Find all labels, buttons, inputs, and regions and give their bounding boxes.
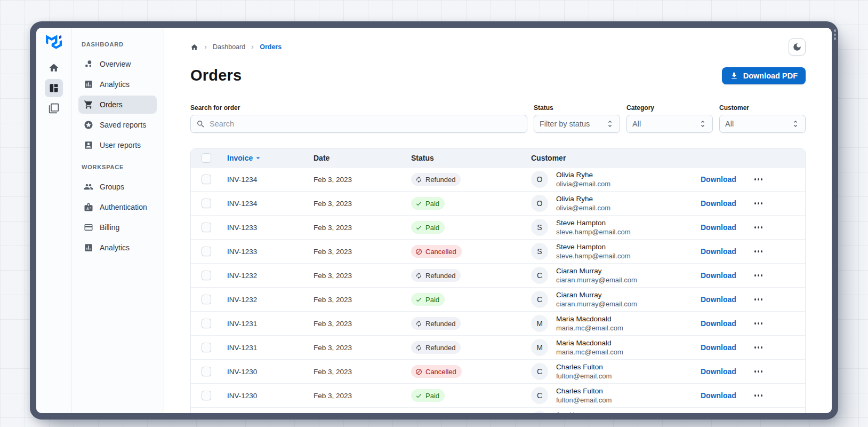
customer-name: Steve Hampton <box>556 242 631 251</box>
customer-name: Olivia Ryhe <box>556 194 610 203</box>
dark-mode-toggle[interactable] <box>789 38 806 56</box>
row-checkbox[interactable] <box>202 391 211 400</box>
group-icon <box>84 182 93 192</box>
customer-name: Charles Fulton <box>556 386 612 396</box>
download-link[interactable]: Download <box>701 247 736 256</box>
table-header: Invoice Date Status Customer <box>191 149 805 167</box>
sidebar-item-billing[interactable]: Billing <box>78 218 157 236</box>
unfold-more-icon <box>606 120 614 128</box>
status-chip: Paid <box>411 221 445 234</box>
customer-select[interactable]: All <box>719 115 806 133</box>
breadcrumb-orders[interactable]: Orders <box>260 43 282 51</box>
download-link[interactable]: Download <box>701 199 736 208</box>
more-options-button[interactable] <box>753 367 764 376</box>
more-options-button[interactable] <box>753 295 764 304</box>
download-link[interactable]: Download <box>701 391 736 400</box>
download-link[interactable]: Download <box>701 223 736 232</box>
row-checkbox[interactable] <box>202 271 211 280</box>
sidebar-item-label: User reports <box>100 141 141 149</box>
invoice-sort-header[interactable]: Invoice <box>227 154 314 162</box>
download-link[interactable]: Download <box>701 319 736 328</box>
breadcrumb-dashboard[interactable]: Dashboard <box>213 43 245 51</box>
more-options-button[interactable] <box>753 391 764 400</box>
customer-name: Jay Hoper <box>556 410 613 413</box>
layers-icon <box>49 103 59 114</box>
row-checkbox[interactable] <box>202 247 211 256</box>
avatar: O <box>531 171 548 188</box>
download-link[interactable]: Download <box>701 367 736 376</box>
sidebar-item-authentication[interactable]: Authentication <box>78 198 157 216</box>
autorenew-icon <box>415 176 422 183</box>
breadcrumb-home-icon[interactable] <box>190 43 198 51</box>
download-pdf-button[interactable]: Download PDF <box>722 67 806 84</box>
sidebar-item-analytics[interactable]: Analytics <box>78 75 157 93</box>
scrollbar-dots[interactable] <box>834 29 837 40</box>
more-options-button[interactable] <box>753 271 764 280</box>
more-options-button[interactable] <box>753 319 764 328</box>
row-checkbox[interactable] <box>202 343 211 352</box>
download-link[interactable]: Download <box>701 295 736 304</box>
sidebar-item-orders[interactable]: Orders <box>78 96 157 114</box>
avatar: C <box>531 387 548 404</box>
customer-email: maria.mc@email.com <box>556 348 623 357</box>
sidebar-item-label: Groups <box>100 183 124 191</box>
window-frame: DASHBOARD Overview Analytics Orders Save… <box>30 21 838 420</box>
row-checkbox[interactable] <box>202 199 211 208</box>
section-label-dashboard: DASHBOARD <box>82 41 157 48</box>
more-options-button[interactable] <box>753 199 764 208</box>
status-label: Paid <box>425 224 439 232</box>
sidebar-item-groups[interactable]: Groups <box>78 178 157 196</box>
sidebar-item-label: Analytics <box>100 80 130 89</box>
customer-name: Maria Macdonald <box>556 314 623 323</box>
sidebar-item-label: Orders <box>100 100 123 109</box>
rail-layers-button[interactable] <box>45 99 63 117</box>
status-label: Refunded <box>425 344 455 352</box>
row-checkbox[interactable] <box>202 175 211 184</box>
row-checkbox[interactable] <box>202 223 211 232</box>
search-input[interactable] <box>210 120 521 128</box>
download-link[interactable]: Download <box>701 175 736 184</box>
invoice-cell: INV-1232 <box>227 272 314 280</box>
more-options-button[interactable] <box>753 223 764 232</box>
row-checkbox[interactable] <box>202 319 211 328</box>
sidebar-item-label: Authentication <box>100 203 147 211</box>
row-checkbox[interactable] <box>202 295 211 304</box>
status-label: Cancelled <box>425 368 456 376</box>
date-cell: Feb 3, 2023 <box>314 176 411 184</box>
sidebar-item-label: Billing <box>100 223 119 232</box>
avatar: M <box>531 315 548 332</box>
sidebar-item-analytics-workspace[interactable]: Analytics <box>78 239 157 257</box>
rail-dashboard-button[interactable] <box>45 79 63 97</box>
unfold-more-icon <box>698 120 707 128</box>
status-select[interactable]: Filter by status <box>534 115 620 133</box>
search-label: Search for order <box>190 104 527 112</box>
status-chip: Refunded <box>411 341 461 354</box>
date-cell: Feb 3, 2023 <box>314 296 411 304</box>
table-row: INV-1232 Feb 3, 2023 Refunded C Ciaran M… <box>191 263 805 287</box>
invoice-cell: INV-1234 <box>227 200 314 208</box>
customer-name: Maria Macdonald <box>556 338 623 347</box>
unfold-more-icon <box>791 120 800 128</box>
rail-home-button[interactable] <box>45 59 63 77</box>
sidebar-item-saved-reports[interactable]: Saved reports <box>78 116 157 134</box>
sidebar-item-user-reports[interactable]: User reports <box>78 136 157 154</box>
more-options-button[interactable] <box>753 175 764 184</box>
check-icon <box>415 296 422 303</box>
table-row: INV-1234 Feb 3, 2023 Paid O Olivia Ryhe … <box>191 191 805 215</box>
customer-email: fulton@email.com <box>556 396 612 405</box>
status-label: Paid <box>425 200 439 208</box>
customer-email: olivia@email.com <box>556 180 610 188</box>
search-field[interactable] <box>190 115 527 133</box>
row-checkbox[interactable] <box>202 367 211 376</box>
download-link[interactable]: Download <box>701 271 736 280</box>
more-options-button[interactable] <box>753 247 764 256</box>
download-link[interactable]: Download <box>701 343 736 352</box>
select-all-checkbox[interactable] <box>202 153 211 163</box>
search-icon <box>196 120 205 129</box>
sidebar-item-overview[interactable]: Overview <box>78 55 157 73</box>
more-options-button[interactable] <box>753 343 764 352</box>
date-cell: Feb 3, 2023 <box>314 392 411 400</box>
customer-name: Steve Hampton <box>556 218 631 227</box>
category-select[interactable]: All <box>626 115 713 133</box>
customer-name: Ciaran Murray <box>556 266 637 275</box>
